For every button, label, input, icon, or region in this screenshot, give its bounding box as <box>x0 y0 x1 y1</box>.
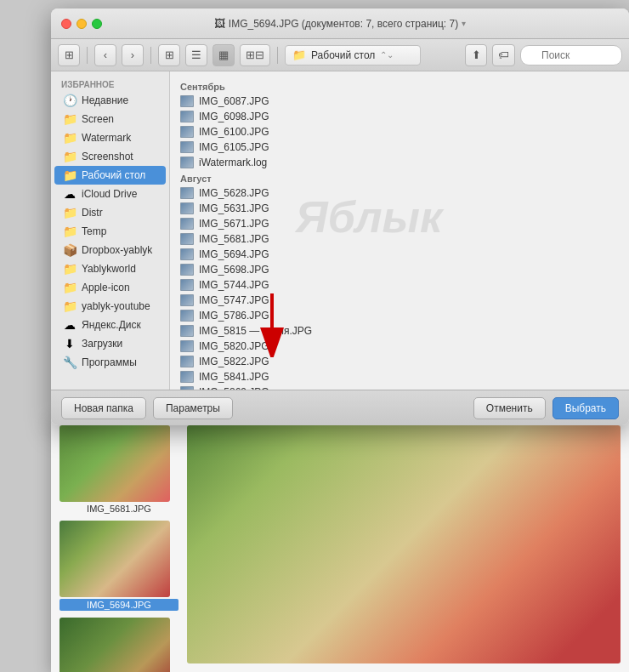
file-name-label: IMG_5694.JPG <box>199 248 269 260</box>
file-name-label: IMG_6100.JPG <box>199 126 269 138</box>
sidebar-label-screenshot: Screenshot <box>82 151 133 162</box>
location-folder-icon: 📁 <box>292 48 306 61</box>
minimize-button[interactable] <box>76 19 87 29</box>
sidebar-label-apple-icon: Apple-icon <box>82 282 130 293</box>
dropdown-icon[interactable]: ▾ <box>462 19 466 28</box>
file-item[interactable]: IMG_6100.JPG <box>170 124 629 140</box>
file-item[interactable]: IMG_5747.JPG <box>170 293 629 308</box>
file-thumb-icon <box>180 218 194 230</box>
file-item[interactable]: IMG_6098.JPG <box>170 109 629 124</box>
toolbar-sep-2 <box>150 47 151 64</box>
sidebar-item-downloads[interactable]: ⬇ Загрузки <box>54 334 166 353</box>
file-item[interactable]: IMG_5822.JPG <box>170 354 629 369</box>
recents-icon: 🕐 <box>63 94 76 107</box>
search-input[interactable] <box>520 45 622 65</box>
file-name-label: IMG_6087.JPG <box>199 95 269 107</box>
sidebar-label-recents: Недавние <box>82 94 128 106</box>
file-item[interactable]: IMG_5671.JPG <box>170 216 629 231</box>
file-name-label: IMG_5628.JPG <box>199 187 269 199</box>
select-button[interactable]: Выбрать <box>552 397 619 419</box>
sidebar-item-icloud[interactable]: ☁ iCloud Drive <box>54 185 166 203</box>
top-toolbar: ⊞ ‹ › ⊞ ☰ ▦ ⊞⊟ 📁 Рабочий стол ⌃⌄ ⬆ 🏷 🔍 <box>51 39 629 71</box>
toolbar-sep-3 <box>277 47 278 64</box>
file-item[interactable]: iWatermark.log <box>170 155 629 170</box>
view-columns-button[interactable]: ▦ <box>212 44 235 66</box>
file-name-label: IMG_6098.JPG <box>199 111 269 122</box>
view-list-button[interactable]: ☰ <box>185 44 207 66</box>
options-button[interactable]: Параметры <box>153 397 233 419</box>
file-list: СентябрьIMG_6087.JPGIMG_6098.JPGIMG_6100… <box>170 71 629 390</box>
thumb-item-5681b[interactable] <box>60 618 178 672</box>
file-item[interactable]: IMG_6087.JPG <box>170 94 629 109</box>
file-item[interactable]: IMG_5681.JPG <box>170 231 629 247</box>
thumbnail-list: IMG_5681.JPG IMG_5694.JPG <box>60 425 178 663</box>
sidebar-item-distr[interactable]: 📁 Distr <box>54 203 166 222</box>
file-item[interactable]: IMG_6105.JPG <box>170 140 629 155</box>
sidebar-item-apps[interactable]: 🔧 Программы <box>54 353 166 372</box>
sidebar-label-apps: Программы <box>82 356 137 368</box>
sidebar-item-temp[interactable]: 📁 Temp <box>54 222 166 241</box>
sidebar: Избранное 🕐 Недавние 📁 Screen 📁 Watermar… <box>51 71 170 390</box>
yandex-cloud-icon: ☁ <box>63 318 76 332</box>
upload-button[interactable]: ⬆ <box>465 44 487 66</box>
file-item[interactable]: IMG_5841.JPG <box>170 369 629 384</box>
thumb-item-5694[interactable]: IMG_5694.JPG <box>60 521 178 611</box>
sidebar-item-dropbox[interactable]: 📦 Dropbox-yablyk <box>54 241 166 259</box>
sidebar-item-apple-icon[interactable]: 📁 Apple-icon <box>54 278 166 297</box>
sidebar-item-screenshot[interactable]: 📁 Screenshot <box>54 147 166 166</box>
preview-image <box>187 425 620 663</box>
file-thumb-icon <box>180 111 194 122</box>
file-item[interactable]: IMG_5744.JPG <box>170 277 629 293</box>
sidebar-item-yandex[interactable]: ☁ Яндекс.Диск <box>54 316 166 334</box>
sidebar-label-distr: Distr <box>82 207 103 219</box>
back-button[interactable]: ‹ <box>94 44 116 66</box>
sidebar-item-yablyk-youtube[interactable]: 📁 yablyk-youtube <box>54 297 166 316</box>
icloud-icon: ☁ <box>63 187 76 201</box>
screen-folder-icon: 📁 <box>63 112 76 126</box>
window-title: 🖼 IMG_5694.JPG (документов: 7, всего стр… <box>214 17 466 30</box>
view-gallery-button[interactable]: ⊞⊟ <box>240 44 270 66</box>
yablyk-youtube-folder-icon: 📁 <box>63 299 76 313</box>
file-thumb-icon <box>180 95 194 107</box>
file-item[interactable]: IMG_5815 — копия.JPG <box>170 323 629 339</box>
thumb-image-5694 <box>60 521 170 597</box>
toolbar-sep-1 <box>87 47 88 64</box>
file-item[interactable]: IMG_5694.JPG <box>170 247 629 262</box>
new-folder-button[interactable]: Новая папка <box>61 397 146 419</box>
sidebar-toggle-button[interactable]: ⊞ <box>58 44 80 66</box>
sidebar-item-yablykworld[interactable]: 📁 Yablykworld <box>54 259 166 278</box>
file-name-label: IMG_5841.JPG <box>199 371 269 383</box>
close-button[interactable] <box>61 19 71 29</box>
sidebar-label-yablyk-youtube: yablyk-youtube <box>82 300 150 312</box>
file-name-label: IMG_6105.JPG <box>199 141 269 153</box>
sidebar-item-screen[interactable]: 📁 Screen <box>54 110 166 128</box>
file-item[interactable]: IMG_5698.JPG <box>170 262 629 277</box>
file-thumb-icon <box>180 294 194 306</box>
maximize-button[interactable] <box>92 19 102 29</box>
location-bar[interactable]: 📁 Рабочий стол ⌃⌄ <box>285 45 421 65</box>
forward-button[interactable]: › <box>122 44 144 66</box>
sidebar-item-recents[interactable]: 🕐 Недавние <box>54 91 166 110</box>
file-item[interactable]: IMG_5820.JPG <box>170 339 629 354</box>
content-area: Избранное 🕐 Недавние 📁 Screen 📁 Watermar… <box>51 71 629 390</box>
yablykworld-folder-icon: 📁 <box>63 262 76 276</box>
thumb-item-5681[interactable]: IMG_5681.JPG <box>60 425 178 514</box>
file-icon: 🖼 <box>214 17 225 30</box>
file-thumb-icon <box>180 371 194 383</box>
file-item[interactable]: IMG_5628.JPG <box>170 185 629 201</box>
file-item[interactable]: IMG_5631.JPG <box>170 201 629 216</box>
view-icon-button[interactable]: ⊞ <box>158 44 180 66</box>
sidebar-item-watermark[interactable]: 📁 Watermark <box>54 128 166 147</box>
sidebar-item-desktop[interactable]: 📁 Рабочий стол <box>54 166 166 185</box>
sidebar-label-yandex: Яндекс.Диск <box>82 319 141 331</box>
sidebar-label-downloads: Загрузки <box>82 338 122 350</box>
file-thumb-icon <box>180 325 194 337</box>
tag-button[interactable]: 🏷 <box>492 44 515 66</box>
cancel-button[interactable]: Отменить <box>473 397 546 419</box>
thumb-image-5681 <box>60 425 170 502</box>
thumb-label-5694: IMG_5694.JPG <box>60 599 178 611</box>
file-item[interactable]: IMG_5786.JPG <box>170 308 629 323</box>
main-preview <box>187 425 620 663</box>
bottom-bar: Новая папка Параметры Отменить Выбрать <box>51 390 629 425</box>
sidebar-label-watermark: Watermark <box>82 132 131 144</box>
